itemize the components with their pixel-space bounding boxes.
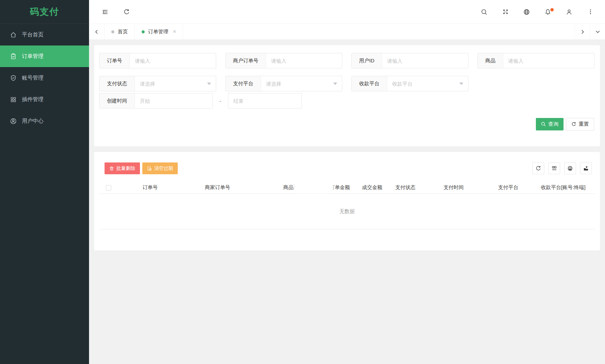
tabs-scroll-right-button[interactable] <box>575 24 590 39</box>
tab-home[interactable]: 首页 <box>105 24 135 39</box>
tab-label: 首页 <box>118 29 128 35</box>
sidebar-item-label: 插件管理 <box>22 96 44 103</box>
search-button-label: 查询 <box>548 121 558 127</box>
sidebar-item-orders[interactable]: 订单管理 <box>0 46 89 67</box>
pay-platform-select[interactable] <box>261 76 342 91</box>
filter-pay-platform: 支付平台 <box>225 76 342 91</box>
end-date-input[interactable] <box>228 93 302 109</box>
refresh-icon <box>536 165 541 171</box>
pay-status-select[interactable] <box>135 76 216 91</box>
col-pay-time: 支付时间 <box>422 182 485 193</box>
profile-button[interactable] <box>558 0 580 24</box>
col-pay-platform: 支付平台 <box>485 182 531 193</box>
more-options-button[interactable] <box>580 0 601 24</box>
user-id-input[interactable] <box>382 53 468 68</box>
table-export-button[interactable] <box>580 162 592 174</box>
vertical-ellipsis-icon <box>587 9 594 15</box>
redaction-patch <box>296 181 332 191</box>
tab-status-dot-active <box>142 30 145 33</box>
sidebar-item-home[interactable]: 平台首页 <box>0 24 89 46</box>
filter-product: 商品 <box>478 53 595 68</box>
col-order-no: 订单号 <box>118 182 182 193</box>
sidebar-item-user-center[interactable]: 用户中心 <box>0 110 89 132</box>
globe-icon <box>523 9 530 15</box>
header-actions <box>473 0 601 24</box>
search-icon <box>541 122 546 127</box>
search-submit-button[interactable]: 查询 <box>536 118 564 130</box>
tabs-menu-button[interactable] <box>590 24 605 39</box>
filter-user-id: 用户ID <box>351 53 468 68</box>
table-header-row: 订单号 商家订单号 商品 订单金额 成交金额 支付状态 支付时间 支付平台 收款… <box>99 182 595 193</box>
batch-delete-label: 批量删除 <box>116 165 135 172</box>
col-select <box>99 182 118 193</box>
reset-refresh-icon <box>571 122 576 127</box>
product-input[interactable] <box>503 53 594 68</box>
table-toolbar: 批量删除 清空过期 <box>105 162 178 174</box>
chevron-left-icon <box>94 29 99 34</box>
chevron-right-icon <box>580 29 585 34</box>
select-caret-icon <box>333 83 337 87</box>
table-refresh-button[interactable] <box>532 162 544 174</box>
filter-actions: 查询 重置 <box>536 118 594 130</box>
document-clock-icon <box>147 166 152 171</box>
clear-expired-button[interactable]: 清空过期 <box>142 162 178 174</box>
table-print-button[interactable] <box>564 162 576 174</box>
receive-platform-select-value[interactable] <box>387 81 459 87</box>
main-content: 订单号 商户订单号 用户ID 商品 支付状态 <box>89 40 605 364</box>
filter-label: 商品 <box>478 53 503 68</box>
col-deal-amount: 成交金额 <box>356 182 388 193</box>
table-columns-button[interactable] <box>548 162 560 174</box>
printer-icon <box>567 165 573 171</box>
fullscreen-button[interactable] <box>495 0 516 24</box>
tab-status-dot <box>111 30 114 33</box>
empty-state-text: 无数据 <box>99 193 595 229</box>
tab-close-icon[interactable]: × <box>173 29 176 34</box>
fullscreen-icon <box>502 9 509 15</box>
app-logo: 码支付 <box>0 0 89 24</box>
filter-label: 支付状态 <box>99 76 135 91</box>
shield-check-icon <box>10 75 17 81</box>
receive-platform-select[interactable] <box>387 76 468 91</box>
redaction-artifact <box>294 184 294 189</box>
notifications-button[interactable] <box>537 0 558 24</box>
chevron-down-icon <box>595 29 600 34</box>
filter-label: 商户订单号 <box>226 53 266 68</box>
reset-button-label: 重置 <box>579 121 589 127</box>
filter-receive-platform: 收款平台 <box>351 76 468 91</box>
pay-status-select-value[interactable] <box>135 81 207 87</box>
select-caret-icon <box>459 83 463 87</box>
reset-button[interactable]: 重置 <box>566 118 594 130</box>
order-no-input[interactable] <box>130 53 216 68</box>
pay-platform-select-value[interactable] <box>261 81 333 87</box>
menu-fold-icon <box>102 8 109 16</box>
merchant-order-no-input[interactable] <box>266 53 342 68</box>
grid-apps-icon <box>10 96 17 103</box>
sidebar-item-label: 订单管理 <box>22 53 44 60</box>
sidebar: 码支付 平台首页 订单管理 账号管理 插件管理 <box>0 0 89 364</box>
search-button[interactable] <box>473 0 495 24</box>
search-icon <box>481 9 487 15</box>
filter-label: 支付平台 <box>226 76 261 91</box>
filter-label: 用户ID <box>352 53 382 68</box>
sidebar-item-plugins[interactable]: 插件管理 <box>0 89 89 110</box>
trash-icon <box>109 166 114 171</box>
collapse-sidebar-button[interactable] <box>97 0 113 24</box>
filter-label: 收款平台 <box>352 76 387 91</box>
export-icon <box>583 165 589 171</box>
batch-delete-button[interactable]: 批量删除 <box>105 162 140 174</box>
sidebar-item-label: 平台首页 <box>22 31 44 38</box>
select-all-checkbox[interactable] <box>106 185 111 190</box>
date-range-separator: - <box>220 98 221 104</box>
tab-order-management[interactable]: 订单管理 × <box>135 24 183 39</box>
tab-label: 订单管理 <box>148 29 168 35</box>
columns-filter-icon <box>551 165 557 171</box>
filter-label: 订单号 <box>99 53 130 68</box>
tabs-scroll-left-button[interactable] <box>89 24 105 39</box>
refresh-page-button[interactable] <box>119 0 134 24</box>
orders-table: 订单号 商家订单号 商品 订单金额 成交金额 支付状态 支付时间 支付平台 收款… <box>99 182 595 230</box>
sidebar-item-accounts[interactable]: 账号管理 <box>0 67 89 89</box>
home-icon <box>10 32 17 38</box>
language-button[interactable] <box>516 0 537 24</box>
tabbar-spacer <box>183 24 575 39</box>
start-date-input[interactable] <box>135 93 212 108</box>
